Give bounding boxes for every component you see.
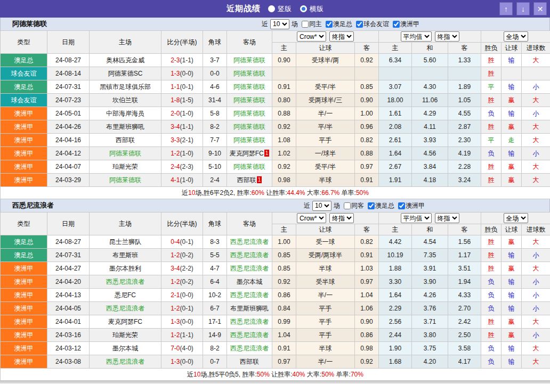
home-team: 麦克阿瑟FC bbox=[90, 315, 161, 329]
europe-source-select[interactable]: 平均值 bbox=[401, 31, 432, 42]
full-time-score: 1-2 bbox=[171, 305, 180, 312]
match-row: 澳足总24-08-27昆士兰狮队0-4(0-1)8-3西悉尼流浪者1.00受一球… bbox=[1, 235, 550, 249]
goals-result: 大 bbox=[522, 94, 550, 107]
column-header: 比分(半场) bbox=[161, 213, 203, 235]
title-center: 近期战绩 竖版横版 bbox=[227, 4, 323, 14]
league-filter-checkbox[interactable] bbox=[393, 21, 400, 28]
corner-count: 10-2 bbox=[203, 289, 227, 302]
corner-count: 2-4 bbox=[203, 174, 227, 187]
full-time-score: 1-2 bbox=[171, 331, 180, 339]
column-header: 客 bbox=[355, 224, 379, 235]
same-venue-checkbox[interactable] bbox=[302, 21, 309, 28]
full-time-score: 1-2 bbox=[171, 251, 180, 259]
europe-home-odds: 2.56 bbox=[379, 315, 412, 329]
handicap-source-select[interactable]: Crow* bbox=[297, 213, 326, 223]
goals-result: 大 bbox=[522, 54, 550, 67]
league-filter-checkbox-label[interactable]: 澳洲甲 bbox=[391, 20, 419, 29]
handicap-home-odds: 0.90 bbox=[272, 54, 296, 67]
scope-select[interactable]: 全场 bbox=[504, 213, 528, 223]
corner-count: 9-10 bbox=[203, 147, 227, 160]
match-row: 澳洲甲24-04-12阿德莱德联1-2(1-0)9-10麦克阿瑟FC11.02一… bbox=[1, 147, 550, 160]
handicap-away-odds: 0.96 bbox=[355, 120, 379, 134]
league-filter-checkbox-label[interactable]: 球会友谊 bbox=[354, 20, 389, 29]
league-badge: 球会友谊 bbox=[1, 94, 47, 107]
match-date: 24-07-23 bbox=[47, 94, 90, 107]
europe-home-odds: 10.19 bbox=[379, 249, 412, 262]
league-filter-checkbox-label[interactable]: 澳足总 bbox=[324, 20, 352, 29]
europe-source-select[interactable]: 平均值 bbox=[401, 213, 432, 223]
handicap-away-odds: 1.06 bbox=[355, 302, 379, 315]
score-cell: 1-3(0-0) bbox=[161, 355, 203, 369]
score-cell: 1-2(0-2) bbox=[161, 275, 203, 289]
europe-draw-odds: 3.75 bbox=[412, 342, 448, 355]
away-team: 西悉尼流浪者 bbox=[227, 289, 272, 302]
match-count-select[interactable]: 10 bbox=[312, 201, 331, 211]
move-up-button[interactable]: ↑ bbox=[499, 2, 513, 15]
match-date: 24-03-12 bbox=[47, 342, 90, 355]
handicap-final-select[interactable]: 终指 bbox=[329, 213, 354, 223]
league-badge: 澳洲甲 bbox=[1, 174, 47, 187]
league-filter-checkbox-label[interactable]: 澳洲甲 bbox=[397, 201, 425, 210]
europe-away-odds bbox=[448, 67, 481, 80]
handicap-home-odds bbox=[272, 67, 296, 80]
same-venue-checkbox-label[interactable]: 同主 bbox=[300, 20, 322, 29]
europe-away-odds: 2.42 bbox=[448, 315, 481, 329]
handicap-away-odds: 0.82 bbox=[355, 134, 379, 147]
column-header: 和 bbox=[412, 224, 448, 235]
away-team: 西悉尼流浪者 bbox=[227, 262, 272, 275]
full-time-score: 2-1 bbox=[171, 291, 180, 299]
close-button[interactable]: ✕ bbox=[533, 2, 547, 15]
layout-radio-horizontal[interactable]: 横版 bbox=[300, 4, 323, 14]
match-result: 胜 bbox=[481, 120, 502, 134]
column-header: 比分(半场) bbox=[161, 31, 203, 54]
handicap-result: 输 bbox=[502, 289, 522, 302]
league-filter-checkbox[interactable] bbox=[398, 202, 405, 209]
home-team: 墨尔本胜利 bbox=[90, 262, 161, 275]
handicap-away-odds: 1.03 bbox=[355, 262, 379, 275]
section-header: 阿德莱德联近10场同主澳足总球会友谊澳洲甲 bbox=[0, 18, 550, 30]
full-time-score: 1-1 bbox=[171, 83, 180, 91]
layout-radio-vertical[interactable]: 竖版 bbox=[268, 4, 292, 14]
handicap-line: 半/一 bbox=[296, 355, 355, 369]
match-count-select[interactable]: 10 bbox=[270, 19, 289, 29]
down-arrow-icon: ↓ bbox=[521, 5, 525, 13]
europe-odds-group-header: 平均值终指 bbox=[379, 31, 481, 43]
europe-home-odds: 2.44 bbox=[379, 329, 412, 342]
handicap-final-select[interactable]: 终指 bbox=[329, 31, 354, 42]
europe-final-select[interactable]: 终指 bbox=[435, 31, 459, 42]
full-time-score: 1-2 bbox=[171, 278, 180, 285]
column-header: 主 bbox=[379, 43, 412, 54]
move-down-button[interactable]: ↓ bbox=[516, 2, 530, 15]
same-venue-checkbox[interactable] bbox=[344, 202, 351, 209]
handicap-source-select[interactable]: Crow* bbox=[297, 31, 326, 42]
league-filter-checkbox[interactable] bbox=[326, 21, 333, 28]
europe-final-select[interactable]: 终指 bbox=[435, 213, 459, 223]
handicap-group-header: Crow*终指 bbox=[272, 31, 379, 43]
league-filter-checkbox-label[interactable]: 澳足总 bbox=[366, 201, 394, 210]
match-row: 澳洲甲24-04-20西悉尼流浪者1-2(0-2)6-4墨尔本城0.92受半球0… bbox=[1, 275, 550, 289]
column-header: 类型 bbox=[1, 213, 47, 235]
match-row: 澳洲甲24-03-16珀斯光荣1-2(1-1)14-9西悉尼流浪者1.04平手0… bbox=[1, 329, 550, 342]
column-header: 进球数 bbox=[522, 43, 550, 54]
home-team: 西悉尼流浪者 bbox=[90, 355, 161, 369]
scope-select[interactable]: 全场 bbox=[504, 31, 528, 42]
away-team: 阿德莱德联 bbox=[227, 80, 272, 94]
europe-away-odds: 1.33 bbox=[448, 54, 481, 67]
league-badge: 澳洲甲 bbox=[1, 147, 47, 160]
titlebar: 近期战绩 竖版横版 ↑ ↓ ✕ bbox=[0, 0, 550, 18]
match-result: 负 bbox=[481, 147, 502, 160]
europe-draw-odds: 3.76 bbox=[412, 302, 448, 315]
europe-home-odds: 1.64 bbox=[379, 289, 412, 302]
match-result: 负 bbox=[481, 275, 502, 289]
score-cell: 1-3(0-0) bbox=[161, 67, 203, 80]
corner-count: 8-2 bbox=[203, 120, 227, 134]
match-row: 澳洲甲24-04-16西部联3-3(2-1)7-7阿德莱德联1.08平手0.82… bbox=[1, 134, 550, 147]
league-filter-checkbox[interactable] bbox=[368, 202, 375, 209]
europe-away-odds: 4.55 bbox=[448, 107, 481, 120]
handicap-away-odds: 0.91 bbox=[355, 249, 379, 262]
near-label: 近 bbox=[304, 201, 310, 210]
europe-away-odds: 2.70 bbox=[448, 302, 481, 315]
same-venue-checkbox-label[interactable]: 同客 bbox=[342, 201, 364, 210]
league-filter-checkbox[interactable] bbox=[356, 21, 363, 28]
europe-draw-odds: 4.18 bbox=[412, 174, 448, 187]
